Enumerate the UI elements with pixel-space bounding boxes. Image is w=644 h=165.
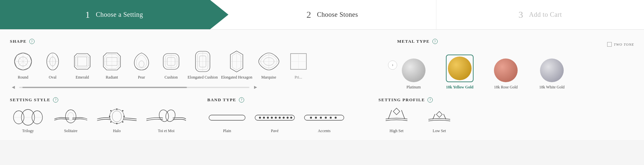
- plain-label: Plain: [223, 129, 231, 133]
- svg-marker-10: [74, 54, 90, 69]
- platinum-name: Platinum: [406, 85, 421, 90]
- shape-item-emerald[interactable]: Emerald: [69, 50, 95, 80]
- plain-icon: [207, 108, 247, 127]
- two-tone-checkbox[interactable]: [607, 42, 612, 47]
- emerald-icon: [71, 50, 94, 73]
- shape-item-radiant[interactable]: Radiant: [99, 50, 125, 80]
- step-2[interactable]: 2 Choose Stones: [228, 0, 436, 29]
- svg-rect-12: [78, 57, 87, 66]
- trilogy-label: Trilogy: [22, 129, 34, 133]
- svg-point-70: [287, 117, 289, 119]
- style-item-solitaire[interactable]: Solitaire: [53, 108, 89, 133]
- oval-icon: [41, 50, 64, 73]
- setting-style-section: SETTING STYLE ? Trilogy: [10, 97, 207, 133]
- halo-label: Halo: [113, 129, 120, 133]
- trilogy-icon: [12, 108, 44, 127]
- platinum-circle: [402, 59, 425, 82]
- step-3[interactable]: 3 Add to Cart: [436, 0, 644, 29]
- elongated-cushion-icon: [191, 50, 214, 73]
- svg-point-65: [267, 117, 269, 119]
- svg-point-76: [325, 117, 327, 119]
- svg-point-54: [116, 123, 117, 124]
- white-gold-wrapper: [540, 59, 564, 82]
- solitaire-icon: [53, 108, 89, 127]
- setting-profile-section: SETTING PROFILE ?: [378, 97, 634, 133]
- svg-line-15: [74, 65, 76, 67]
- style-item-toi-et-moi[interactable]: Toi et Moi: [145, 108, 188, 133]
- shape-item-cushion[interactable]: Cushion: [158, 50, 184, 80]
- round-icon: [12, 50, 35, 73]
- svg-line-13: [74, 56, 76, 58]
- band-item-pave[interactable]: Pavé: [253, 108, 296, 133]
- shape-item-pear[interactable]: Pear: [128, 50, 155, 80]
- setting-profile-label: SETTING PROFILE: [378, 97, 425, 103]
- band-type-items: Plain: [207, 108, 378, 133]
- style-item-halo[interactable]: Halo: [95, 108, 138, 133]
- marquise-label: Marquise: [261, 75, 276, 80]
- round-label: Round: [18, 75, 28, 80]
- step-3-number: 3: [519, 10, 523, 20]
- setting-profile-help-icon[interactable]: ?: [427, 97, 433, 103]
- metal-item-yellow-gold[interactable]: 18k Yellow Gold: [443, 55, 476, 90]
- high-set-label: High Set: [390, 129, 403, 133]
- svg-point-67: [275, 117, 277, 119]
- band-type-section: BAND TYPE ? Plain: [207, 97, 378, 133]
- shape-item-princess[interactable]: Pri...: [285, 50, 312, 80]
- svg-point-52: [123, 116, 125, 117]
- band-type-help-icon[interactable]: ?: [239, 97, 244, 103]
- elongated-cushion-label: Elongated Cushion: [188, 75, 218, 80]
- princess-icon: [287, 50, 310, 73]
- metal-item-white-gold[interactable]: 18k White Gold: [535, 59, 568, 90]
- shape-item-marquise[interactable]: Marquise: [256, 50, 282, 80]
- step-2-number: 2: [306, 10, 311, 20]
- svg-point-73: [310, 117, 312, 119]
- metal-item-rose-gold[interactable]: 18k Rose Gold: [489, 59, 522, 90]
- shape-items: Round: [10, 50, 388, 80]
- svg-line-14: [89, 56, 90, 58]
- marquise-icon: [257, 50, 280, 73]
- shape-help-icon[interactable]: ?: [29, 39, 35, 44]
- profile-item-low-set[interactable]: Low Set: [421, 108, 457, 133]
- setting-style-items: Trilogy: [10, 108, 207, 133]
- metal-items: Platinum 18k Yellow Gold 18k Rose Gold: [397, 55, 634, 90]
- yellow-gold-circle: [448, 57, 472, 80]
- shape-item-elongated-hexagon[interactable]: Elongated Hexagon: [221, 50, 252, 80]
- step-1[interactable]: 1 Choose a Setting: [0, 0, 228, 29]
- yellow-gold-name: 18k Yellow Gold: [446, 85, 474, 90]
- svg-point-77: [330, 117, 332, 119]
- step-1-number: 1: [85, 10, 90, 20]
- shape-scroll-right[interactable]: ›: [388, 60, 397, 70]
- svg-point-57: [110, 110, 112, 111]
- svg-point-68: [279, 117, 281, 119]
- setting-style-help-icon[interactable]: ?: [53, 97, 58, 103]
- emerald-label: Emerald: [76, 75, 89, 80]
- profile-item-high-set[interactable]: High Set: [378, 108, 415, 133]
- elongated-hexagon-label: Elongated Hexagon: [221, 75, 252, 80]
- metal-help-icon[interactable]: ?: [432, 39, 438, 44]
- pave-icon: [253, 108, 296, 127]
- scroll-right[interactable]: ▶: [252, 84, 259, 91]
- style-item-trilogy[interactable]: Trilogy: [10, 108, 46, 133]
- band-item-plain[interactable]: Plain: [207, 108, 247, 133]
- shape-header: SHAPE ?: [10, 39, 397, 44]
- shape-label: SHAPE: [10, 39, 27, 44]
- svg-point-66: [271, 117, 273, 119]
- white-gold-circle: [540, 59, 564, 82]
- metal-item-platinum[interactable]: Platinum: [397, 59, 430, 90]
- scroll-left[interactable]: ◀: [10, 84, 16, 91]
- shape-item-round[interactable]: Round: [10, 50, 36, 80]
- setting-style-header: SETTING STYLE ?: [10, 97, 207, 103]
- svg-point-69: [283, 117, 285, 119]
- band-item-accents[interactable]: Accents: [303, 108, 346, 133]
- toi-et-moi-icon: [145, 108, 188, 127]
- shape-item-oval[interactable]: Oval: [39, 50, 66, 80]
- shape-item-elongated-cushion[interactable]: Elongated Cushion: [188, 50, 218, 80]
- setting-style-label: SETTING STYLE: [10, 97, 50, 103]
- pear-icon: [130, 50, 153, 73]
- svg-point-55: [110, 121, 112, 123]
- pear-label: Pear: [138, 75, 145, 80]
- accents-label: Accents: [318, 129, 331, 133]
- svg-point-58: [112, 111, 121, 122]
- two-tone-label: TWO TONE: [607, 42, 634, 47]
- scrollbar-track[interactable]: [19, 87, 249, 88]
